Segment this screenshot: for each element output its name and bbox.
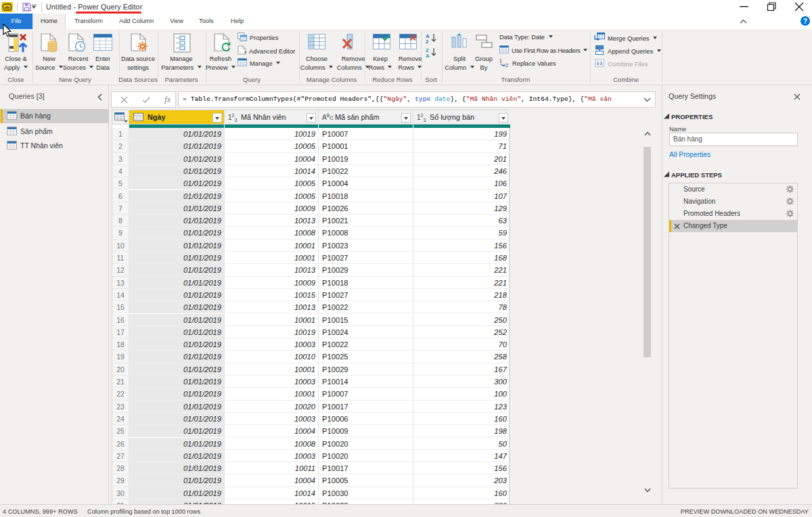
svg-text:A: A: [426, 53, 430, 58]
svg-text:2: 2: [505, 63, 508, 67]
svg-text:?: ?: [803, 18, 807, 25]
svg-text:1: 1: [499, 58, 502, 63]
svg-text:2: 2: [426, 39, 429, 43]
